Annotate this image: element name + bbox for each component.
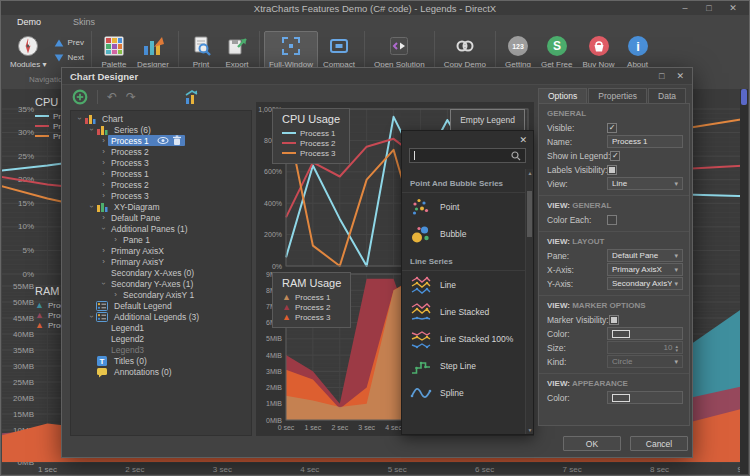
expander-open-icon[interactable]: ›	[75, 114, 84, 123]
gallery-scrollbar[interactable]: ▲ ▼	[525, 169, 533, 434]
expander-open-icon[interactable]: ›	[99, 224, 108, 233]
scroll-down-icon[interactable]: ▼	[526, 427, 534, 433]
tree-item[interactable]: ›Primary AxisY	[71, 256, 251, 267]
tree-item[interactable]: ›Secondary Y-Axes (1)	[71, 278, 251, 289]
scrollbar-thumb[interactable]	[741, 89, 747, 105]
select-pane[interactable]: Default Pane▾	[607, 249, 683, 262]
gallery-close-icon[interactable]: ✕	[519, 135, 527, 145]
expander-closed-icon[interactable]: ›	[99, 191, 108, 200]
ribbon-button-open-solution[interactable]: Open Solution	[369, 31, 430, 71]
tree-item[interactable]: ›Process 3	[71, 190, 251, 201]
ribbon-button-getting[interactable]: 123Getting	[500, 31, 536, 71]
tree-item[interactable]: ›XY-Diagram	[71, 201, 251, 212]
gallery-item-bubble[interactable]: Bubble	[402, 220, 525, 247]
trash-icon[interactable]	[172, 135, 182, 146]
tree-item[interactable]: Default Legend	[71, 300, 251, 311]
expander-open-icon[interactable]: ›	[87, 312, 96, 321]
color-swatch-color[interactable]	[607, 391, 683, 404]
checked-checkbox[interactable]: ✓	[610, 151, 620, 161]
dialog-maximize-icon[interactable]: □	[659, 71, 664, 81]
color-swatch-color[interactable]	[607, 327, 683, 340]
expander-closed-icon[interactable]: ›	[111, 235, 120, 244]
empty-legend-box[interactable]: Empty Legend	[450, 109, 525, 131]
tree-item[interactable]: ›Additional Panes (1)	[71, 223, 251, 234]
tab-data[interactable]: Data	[648, 88, 686, 103]
tab-options[interactable]: Options	[538, 88, 587, 103]
tree-item[interactable]: ›Series (6)	[71, 124, 251, 135]
gallery-item-line[interactable]: Line	[402, 271, 525, 298]
vertical-scrollbar[interactable]	[740, 89, 748, 474]
ribbon-tab-skins[interactable]: Skins	[57, 17, 111, 27]
expander-closed-icon[interactable]: ›	[99, 158, 108, 167]
expander-closed-icon[interactable]: ›	[99, 169, 108, 178]
redo-icon[interactable]: ↷	[126, 90, 136, 104]
expander-open-icon[interactable]: ›	[87, 125, 96, 134]
tree-item[interactable]: Secondary X-Axes (0)	[71, 267, 251, 278]
expander-closed-icon[interactable]: ›	[99, 136, 108, 145]
expander-closed-icon[interactable]: ›	[99, 246, 108, 255]
gallery-item-line-stacked-100-[interactable]: Line Stacked 100%	[402, 325, 525, 352]
tree-item[interactable]: ›Process 1	[71, 135, 251, 146]
ribbon-button-designer[interactable]: Designer	[132, 31, 174, 71]
tree-item[interactable]: Legend3	[71, 344, 251, 355]
ribbon-button-modules[interactable]: Modules ▾	[5, 31, 51, 71]
undo-icon[interactable]: ↶	[107, 90, 117, 104]
ram-usage-legend[interactable]: RAM Usage▲Process 1▲Process 2▲Process 3	[272, 272, 351, 328]
expander-closed-icon[interactable]: ›	[99, 257, 108, 266]
cpu-usage-legend[interactable]: CPU UsageProcess 1Process 2Process 3	[272, 108, 350, 164]
close-icon[interactable]: ✕	[721, 1, 745, 15]
gallery-item-line-stacked[interactable]: Line Stacked	[402, 298, 525, 325]
expander-closed-icon[interactable]: ›	[99, 180, 108, 189]
tree-item[interactable]: ›Process 2	[71, 146, 251, 157]
checked-checkbox[interactable]: ✓	[607, 123, 617, 133]
tree-item[interactable]: ›Additional Legends (3)	[71, 311, 251, 322]
tree-item[interactable]: TTitles (0)	[71, 355, 251, 366]
gallery-item-step-line[interactable]: Step Line	[402, 352, 525, 379]
cancel-button[interactable]: Cancel	[630, 436, 688, 451]
ribbon-button-next[interactable]: Next	[51, 50, 86, 65]
unchecked-checkbox[interactable]	[607, 215, 617, 225]
tree-item[interactable]: ›Pane 1	[71, 234, 251, 245]
ribbon-button-get-free[interactable]: SGet Free	[536, 31, 578, 71]
minimize-icon[interactable]: –	[673, 1, 697, 15]
expander-closed-icon[interactable]: ›	[99, 213, 108, 222]
tree-item[interactable]: ›Process 2	[71, 179, 251, 190]
ribbon-button-print[interactable]: Print	[183, 31, 219, 71]
tree-item[interactable]: Annotations (0)	[71, 366, 251, 377]
ribbon-button-compact[interactable]: Compact	[318, 31, 360, 71]
gallery-item-spline[interactable]: Spline	[402, 379, 525, 406]
ribbon-button-copy-demo[interactable]: Copy Demo	[439, 31, 491, 71]
chart-type-icon[interactable]	[184, 89, 200, 105]
ribbon-button-palette[interactable]: Palette	[96, 31, 132, 71]
ribbon-button-buy-now[interactable]: Buy Now	[578, 31, 620, 71]
expander-closed-icon[interactable]: ›	[99, 147, 108, 156]
tree-item[interactable]: ›Primary AxisX	[71, 245, 251, 256]
gallery-search-input[interactable]	[409, 148, 526, 163]
tree-item[interactable]: ›Chart	[71, 113, 251, 124]
tree-item[interactable]: ›Process 1	[71, 168, 251, 179]
expander-open-icon[interactable]: ›	[99, 279, 108, 288]
tree-item[interactable]: Legend2	[71, 333, 251, 344]
maximize-icon[interactable]: □	[697, 1, 721, 15]
ribbon-button-about[interactable]: iAbout	[620, 31, 656, 71]
ribbon-button-full-window[interactable]: Full-Window	[264, 31, 318, 71]
tree-item[interactable]: Legend1	[71, 322, 251, 333]
gallery-item-point[interactable]: Point	[402, 193, 525, 220]
expander-closed-icon[interactable]: ›	[111, 290, 120, 299]
ribbon-button-export[interactable]: Export	[219, 31, 255, 71]
ribbon-tab-demo[interactable]: Demo	[1, 17, 57, 27]
tree-item[interactable]: ›Process 3	[71, 157, 251, 168]
eye-icon[interactable]	[157, 136, 169, 145]
gallery-scrollbar-thumb[interactable]	[527, 191, 532, 237]
expander-open-icon[interactable]: ›	[87, 202, 96, 211]
add-series-button[interactable]	[72, 89, 88, 105]
tree-item[interactable]: ›Default Pane	[71, 212, 251, 223]
tree-item[interactable]: ›Secondary AxisY 1	[71, 289, 251, 300]
tab-properties[interactable]: Properties	[588, 88, 647, 103]
indeterminate-checkbox[interactable]	[609, 315, 619, 325]
ok-button[interactable]: OK	[563, 436, 621, 451]
select-view[interactable]: Line▾	[607, 177, 683, 190]
dialog-close-icon[interactable]: ✕	[676, 71, 684, 81]
scroll-up-icon[interactable]: ▲	[526, 170, 534, 176]
ribbon-button-prev[interactable]: Prev	[51, 35, 86, 50]
